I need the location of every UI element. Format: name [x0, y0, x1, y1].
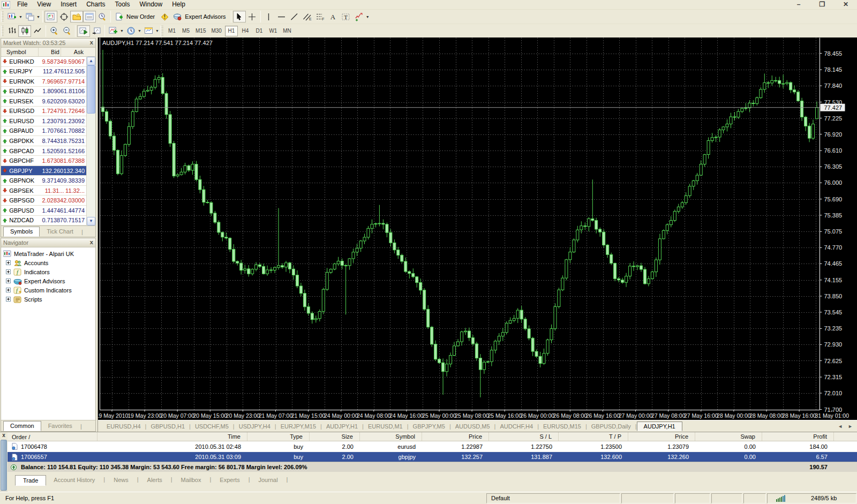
- terminal-column-type[interactable]: Type: [247, 432, 310, 441]
- navigator-item-expert-advisors[interactable]: Expert Advisors: [1, 276, 95, 285]
- market-watch-row[interactable]: GBPDKK 8.74431 8.75231: [1, 136, 86, 146]
- terminal-tab-trade[interactable]: Trade: [15, 475, 46, 486]
- market-watch-tab-tick-chart[interactable]: Tick Chart: [40, 227, 80, 237]
- chart-tab-eurusd-h4[interactable]: EURUSD,H4: [102, 422, 145, 431]
- profiles-icon[interactable]: [23, 11, 36, 22]
- chart-tab-gbpusd-h1[interactable]: GBPUSD,H1: [146, 422, 189, 431]
- navigator-tab-common[interactable]: Common: [3, 421, 41, 431]
- navigator-tab-favorites[interactable]: Favorites: [41, 421, 79, 431]
- terminal-close-icon[interactable]: x: [2, 432, 5, 440]
- terminal-column-time[interactable]: Time: [97, 432, 247, 441]
- terminal-tab-mailbox[interactable]: Mailbox: [174, 475, 209, 485]
- expand-icon[interactable]: [6, 288, 11, 292]
- menu-charts[interactable]: Charts: [81, 0, 110, 10]
- market-watch-toggle-icon[interactable]: [44, 11, 57, 22]
- expand-icon[interactable]: [6, 260, 11, 265]
- strategy-tester-icon[interactable]: [96, 11, 109, 22]
- menu-view[interactable]: View: [32, 0, 56, 10]
- timeframe-h4[interactable]: H4: [239, 26, 252, 36]
- terminal-column-size[interactable]: Size: [310, 432, 360, 441]
- line-chart-mode-icon[interactable]: [31, 25, 44, 37]
- crosshair-tool-icon[interactable]: [246, 11, 259, 22]
- indicators-list-dropdown-icon[interactable]: ▼: [119, 25, 124, 37]
- navigator-close-icon[interactable]: x: [89, 239, 93, 246]
- chart-shift-icon[interactable]: [90, 25, 103, 37]
- chart-tab-usdchf-m5[interactable]: USDCHF,M5: [191, 422, 233, 431]
- terminal-column-symbol[interactable]: Symbol: [360, 432, 422, 441]
- new-chart-dropdown-icon[interactable]: ▼: [18, 11, 23, 22]
- terminal-column-sl[interactable]: S / L: [489, 432, 559, 441]
- chart-tab-gbpusd-daily[interactable]: GBPUSD,Daily: [587, 422, 635, 431]
- horizontal-line-tool-icon[interactable]: [275, 11, 288, 22]
- zoom-in-icon[interactable]: [48, 25, 61, 37]
- chart-tab-eurjpy-m15[interactable]: EURJPY,M15: [276, 422, 320, 431]
- close-button[interactable]: ✕: [841, 1, 851, 9]
- chart[interactable]: 78.45578.14577.84077.53077.22576.92076.6…: [98, 37, 857, 420]
- navigator-root[interactable]: MetaTrader - Alpari UK: [1, 249, 95, 258]
- terminal-side-strip[interactable]: Terminal: [1, 440, 7, 491]
- minimize-button[interactable]: –: [794, 1, 803, 9]
- menu-insert[interactable]: Insert: [56, 0, 81, 10]
- vertical-line-tool-icon[interactable]: [262, 11, 275, 22]
- menu-tools[interactable]: Tools: [110, 0, 135, 10]
- templates-list-icon[interactable]: [142, 25, 155, 37]
- bar-chart-mode-icon[interactable]: [5, 25, 18, 37]
- timeframe-h1[interactable]: H1: [225, 26, 238, 36]
- tabs-scroll-right-icon[interactable]: ►: [848, 424, 853, 429]
- periods-list-icon[interactable]: [124, 25, 137, 37]
- timeframe-m5[interactable]: M5: [179, 26, 192, 36]
- expand-icon[interactable]: [6, 297, 11, 302]
- scroll-thumb[interactable]: [87, 65, 95, 114]
- market-watch-row[interactable]: EURNZD 1.80906 1.81106: [1, 87, 86, 97]
- navigator-item-accounts[interactable]: Accounts: [1, 258, 95, 267]
- order-row[interactable]: 17006557 2010.05.31 03:09 buy 2.00 gbpjp…: [7, 452, 857, 462]
- new-chart-icon[interactable]: [5, 11, 18, 22]
- market-watch-row[interactable]: NZDCAD 0.71387 0.71517: [1, 216, 86, 226]
- terminal-column-order[interactable]: Order /: [7, 432, 97, 441]
- scroll-down-icon[interactable]: ▼: [87, 217, 95, 225]
- new-order-label[interactable]: New Order: [125, 13, 158, 20]
- expert-advisors-label[interactable]: Expert Advisors: [184, 13, 229, 20]
- channel-tool-icon[interactable]: E: [301, 11, 314, 22]
- market-watch-row[interactable]: EURSGD 1.72479 1.72646: [1, 107, 86, 117]
- timeframe-m30[interactable]: M30: [209, 26, 223, 36]
- terminal-tab-news[interactable]: News: [106, 475, 136, 485]
- market-watch-row[interactable]: EURUSD 1.23079 1.23092: [1, 116, 86, 126]
- status-profile[interactable]: Default: [486, 493, 620, 503]
- profiles-dropdown-icon[interactable]: ▼: [36, 11, 41, 22]
- market-watch-row[interactable]: EURJPY 112.476 112.505: [1, 67, 86, 77]
- navigator-item-indicators[interactable]: fIndicators: [1, 267, 95, 276]
- cursor-tool-icon[interactable]: [233, 11, 246, 22]
- templates-list-dropdown-icon[interactable]: ▼: [155, 25, 160, 37]
- market-watch-row[interactable]: EURNOK 7.96965 7.97714: [1, 77, 86, 87]
- terminal-toggle-icon[interactable]: [83, 11, 96, 22]
- expert-advisors-icon[interactable]: [171, 11, 184, 22]
- menu-window[interactable]: Window: [135, 0, 168, 10]
- indicators-list-icon[interactable]: [107, 25, 119, 37]
- market-watch-row[interactable]: EURSEK 9.62020 9.63020: [1, 96, 86, 107]
- timeframe-m1[interactable]: M1: [166, 26, 178, 36]
- column-ask[interactable]: Ask: [61, 48, 85, 56]
- trendline-tool-icon[interactable]: [288, 11, 301, 22]
- new-order-icon[interactable]: [112, 11, 125, 22]
- restore-button[interactable]: ❐: [817, 1, 827, 9]
- chart-tab-audjpy-h1[interactable]: AUDJPY,H1: [637, 422, 682, 431]
- price-axis[interactable]: 78.45578.14577.84077.53077.22576.92076.6…: [820, 50, 845, 413]
- menu-help[interactable]: Help: [167, 0, 190, 10]
- navigator-titlebar[interactable]: Navigator x: [1, 238, 95, 247]
- terminal-column-price[interactable]: Price: [422, 432, 489, 441]
- candlestick-mode-icon[interactable]: [18, 25, 31, 37]
- market-watch-row[interactable]: GBPCHF 1.67308 1.67388: [1, 156, 86, 166]
- market-watch-row[interactable]: GBPJPY 132.260 132.340: [1, 166, 86, 176]
- terminal-tab-alerts[interactable]: Alerts: [140, 475, 170, 485]
- terminal-column-price[interactable]: Price: [628, 432, 695, 441]
- timeframe-m15[interactable]: M15: [193, 26, 208, 36]
- arrows-tool-dropdown-icon[interactable]: ▼: [365, 11, 370, 22]
- timeframe-w1[interactable]: W1: [267, 26, 280, 36]
- column-bid[interactable]: Bid: [39, 48, 61, 56]
- navigator-item-scripts[interactable]: Scripts: [1, 295, 95, 304]
- chart-tab-usdjpy-h4[interactable]: USDJPY,H4: [235, 422, 275, 431]
- tabs-scroll-left-icon[interactable]: ◄: [838, 424, 843, 429]
- periods-list-dropdown-icon[interactable]: ▼: [137, 25, 142, 37]
- expand-icon[interactable]: [6, 269, 11, 274]
